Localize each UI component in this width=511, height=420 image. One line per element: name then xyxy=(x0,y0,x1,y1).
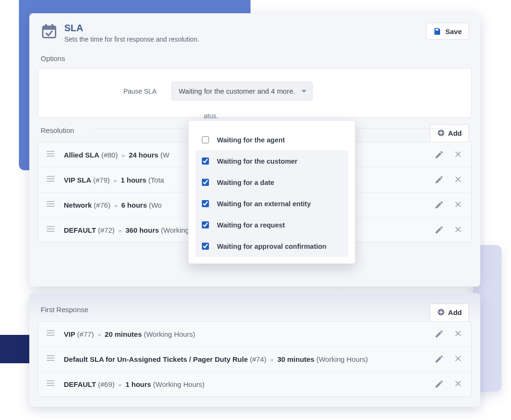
drag-handle-icon[interactable] xyxy=(47,175,54,184)
pause-option-2[interactable]: Waiting for a date xyxy=(195,172,348,193)
svg-rect-21 xyxy=(47,355,54,356)
svg-rect-6 xyxy=(47,153,54,154)
drag-handle-icon[interactable] xyxy=(47,355,54,363)
delete-icon[interactable] xyxy=(454,379,463,388)
edit-icon[interactable] xyxy=(434,200,444,210)
pause-hint-text: atus. xyxy=(204,112,460,120)
delete-icon[interactable] xyxy=(454,200,463,209)
svg-rect-11 xyxy=(47,201,54,202)
resolution-section-label: Resolution xyxy=(41,126,74,134)
drag-handle-icon[interactable] xyxy=(47,330,54,338)
rule-text: VIP (#77)»20 minutes (Working Hours) xyxy=(64,330,434,338)
svg-rect-7 xyxy=(47,156,54,157)
edit-icon[interactable] xyxy=(434,225,444,235)
pause-option-label: Waiting for approval confirmation xyxy=(217,243,326,250)
svg-rect-20 xyxy=(47,335,54,336)
drag-handle-icon[interactable] xyxy=(47,226,54,234)
drag-handle-icon[interactable] xyxy=(47,380,54,388)
delete-icon[interactable] xyxy=(454,354,463,363)
edit-icon[interactable] xyxy=(434,354,444,364)
svg-rect-2 xyxy=(45,24,47,28)
pause-option-checkbox[interactable] xyxy=(202,243,209,250)
svg-rect-22 xyxy=(47,358,54,359)
plus-circle-icon xyxy=(437,308,445,316)
edit-icon[interactable] xyxy=(434,379,444,389)
delete-icon[interactable] xyxy=(454,175,463,184)
pause-sla-dropdown: Waiting for the agentWaiting for the cus… xyxy=(188,120,355,264)
svg-rect-13 xyxy=(47,206,54,207)
edit-icon[interactable] xyxy=(434,329,444,339)
pause-option-label: Waiting for the customer xyxy=(217,158,297,165)
pause-option-checkbox[interactable] xyxy=(202,158,209,165)
pause-option-4[interactable]: Waiting for a request xyxy=(195,214,348,236)
svg-rect-16 xyxy=(47,231,54,232)
first-response-section-label: First Response xyxy=(41,306,88,314)
svg-rect-18 xyxy=(47,330,54,331)
pause-option-label: Waiting for the agent xyxy=(217,136,285,144)
page-title: SLA xyxy=(64,23,199,34)
svg-rect-25 xyxy=(47,383,54,384)
pause-option-checkbox[interactable] xyxy=(202,136,209,143)
pause-sla-label: Pause SLA xyxy=(50,88,156,95)
rule-row: VIP (#77)»20 minutes (Working Hours) xyxy=(38,322,471,347)
svg-rect-8 xyxy=(47,176,54,177)
svg-rect-12 xyxy=(47,203,54,204)
rule-text: Default SLA for Un-Assigned Tickets / Pa… xyxy=(64,355,434,363)
sla-settings-panel: SLA Sets the time for first response and… xyxy=(29,13,480,287)
delete-icon[interactable] xyxy=(454,225,463,234)
pause-option-checkbox[interactable] xyxy=(202,221,209,228)
rule-row: DEFAULT (#69)»1 hours (Working Hours) xyxy=(38,372,471,396)
save-button[interactable]: Save xyxy=(426,23,469,40)
options-section-label: Options xyxy=(38,48,472,68)
svg-rect-15 xyxy=(47,228,54,229)
rule-text: DEFAULT (#69)»1 hours (Working Hours) xyxy=(64,380,434,388)
calendar-check-icon xyxy=(41,23,58,40)
edit-icon[interactable] xyxy=(434,150,444,159)
svg-rect-5 xyxy=(47,151,54,152)
edit-icon[interactable] xyxy=(434,175,444,184)
first-response-panel: First Response Add VIP (#77)»20 minutes … xyxy=(29,293,480,407)
delete-icon[interactable] xyxy=(454,150,463,158)
pause-option-label: Waiting for a request xyxy=(217,221,285,229)
svg-rect-9 xyxy=(47,178,54,179)
svg-rect-26 xyxy=(47,385,54,386)
options-box: Pause SLA Waiting for the customer and 4… xyxy=(38,68,472,118)
add-first-response-button[interactable]: Add xyxy=(430,304,469,321)
add-resolution-button[interactable]: Add xyxy=(430,124,469,142)
save-icon xyxy=(433,27,442,35)
page-subtitle: Sets the time for first response and res… xyxy=(64,35,199,43)
svg-rect-23 xyxy=(47,360,54,361)
svg-rect-14 xyxy=(47,226,54,227)
svg-rect-3 xyxy=(52,24,54,28)
svg-rect-24 xyxy=(47,380,54,381)
pause-option-label: Waiting for a date xyxy=(217,179,274,186)
svg-rect-19 xyxy=(47,332,54,333)
first-response-list: VIP (#77)»20 minutes (Working Hours)Defa… xyxy=(38,321,472,397)
plus-circle-icon xyxy=(437,129,445,137)
pause-option-checkbox[interactable] xyxy=(202,179,209,186)
svg-rect-1 xyxy=(43,26,56,30)
rule-row: Default SLA for Un-Assigned Tickets / Pa… xyxy=(38,347,471,372)
pause-option-5[interactable]: Waiting for approval confirmation xyxy=(195,236,348,257)
pause-option-3[interactable]: Waiting for an external entity xyxy=(195,193,348,214)
drag-handle-icon[interactable] xyxy=(47,201,54,209)
pause-option-checkbox[interactable] xyxy=(202,200,209,207)
svg-rect-10 xyxy=(47,181,54,182)
chevron-down-icon xyxy=(302,90,306,93)
delete-icon[interactable] xyxy=(454,329,463,338)
pause-option-1[interactable]: Waiting for the customer xyxy=(195,150,348,172)
drag-handle-icon[interactable] xyxy=(47,150,54,159)
pause-sla-select[interactable]: Waiting for the customer and 4 more. xyxy=(172,82,312,100)
pause-option-label: Waiting for an external entity xyxy=(217,200,311,208)
pause-option-0[interactable]: Waiting for the agent xyxy=(195,129,348,150)
